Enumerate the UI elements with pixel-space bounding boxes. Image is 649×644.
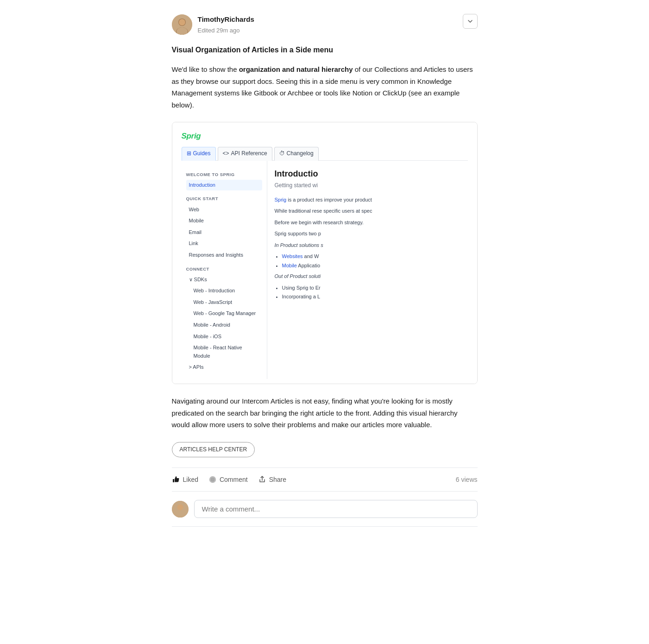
post-header: TimothyRichards Edited 29m ago <box>172 14 478 36</box>
section-connect: CONNECT <box>186 265 262 272</box>
nav-introduction: Introduction <box>186 180 262 191</box>
sprig-content-subtitle: Getting started wi <box>275 181 460 190</box>
api-label: API Reference <box>231 149 267 158</box>
post-meta: Edited 29m ago <box>198 26 254 36</box>
sprig-tab-api: <> API Reference <box>218 147 272 160</box>
views-count: 6 views <box>456 474 478 485</box>
sprig-tab-guides: ⊞ Guides <box>182 147 216 160</box>
section-quickstart: QUICK START <box>186 195 262 202</box>
articles-help-center-tag[interactable]: ARTICLES HELP CENTER <box>172 442 255 457</box>
sprig-para-2: While traditional rese specific users at… <box>275 207 460 215</box>
section-welcome: WELCOME TO SPRIG <box>186 171 262 178</box>
post-header-left: TimothyRichards Edited 29m ago <box>172 14 254 36</box>
nav-responses: Responses and Insights <box>186 250 262 261</box>
svg-point-7 <box>210 477 215 482</box>
api-icon: <> <box>223 149 229 158</box>
nav-link: Link <box>186 238 262 249</box>
body-bold: organization and natural hierarchy <box>239 65 353 73</box>
sprig-logo: Sprig <box>182 130 468 142</box>
sprig-list-item-3: Using Sprig to Er <box>282 284 460 292</box>
post-container: TimothyRichards Edited 29m ago Visual Or… <box>163 0 487 527</box>
screenshot-image: Sprig ⊞ Guides <> API Reference ⏱ Change… <box>172 122 478 384</box>
sprig-list-1: Websites and W Mobile Applicatio <box>275 253 460 270</box>
comment-input[interactable] <box>194 500 478 518</box>
changelog-label: Changelog <box>287 149 314 158</box>
sprig-tab-changelog: ⏱ Changelog <box>274 147 319 160</box>
nav-web-gtm: Web - Google Tag Manager <box>186 308 262 319</box>
action-bar: Liked Comment Share 6 views <box>172 467 478 492</box>
sprig-link-1: Sprig <box>275 197 287 202</box>
share-icon <box>258 475 266 484</box>
commenter-avatar <box>172 501 189 518</box>
comment-icon <box>208 475 217 484</box>
liked-button[interactable]: Liked <box>172 474 198 485</box>
nav-mobile: Mobile <box>186 215 262 227</box>
sprig-content-title: Introductio <box>275 167 460 181</box>
sprig-link-mobile: Mobile <box>282 263 297 268</box>
sprig-logo-text: Sprig <box>182 132 201 140</box>
sprig-sidebar: WELCOME TO SPRIG Introduction QUICK STAR… <box>182 161 267 379</box>
sprig-tabs: ⊞ Guides <> API Reference ⏱ Changelog <box>182 147 468 160</box>
comment-label: Comment <box>220 474 248 485</box>
author-name: TimothyRichards <box>198 14 254 25</box>
post-body-paragraph1: We'd like to show the organization and n… <box>172 63 478 111</box>
changelog-icon: ⏱ <box>279 149 285 158</box>
nav-web-js: Web - JavaScript <box>186 297 262 308</box>
sprig-italic-1: In Product solutions s <box>275 241 460 249</box>
nav-apis: > APIs <box>186 362 262 373</box>
share-label: Share <box>269 474 286 485</box>
comment-button[interactable]: Comment <box>208 474 248 485</box>
avatar <box>172 14 192 35</box>
sprig-list-item-4: Incorporating a L <box>282 293 460 301</box>
post-title: Visual Organization of Articles in a Sid… <box>172 45 478 55</box>
sprig-para-4: Sprig supports two p <box>275 230 460 238</box>
liked-label: Liked <box>183 474 198 485</box>
guides-icon: ⊞ <box>187 149 191 158</box>
sprig-docs-mock: Sprig ⊞ Guides <> API Reference ⏱ Change… <box>172 122 477 384</box>
nav-sdks: ∨ SDKs <box>186 274 262 285</box>
dropdown-button[interactable] <box>463 14 478 29</box>
nav-web: Web <box>186 204 262 215</box>
nav-email: Email <box>186 227 262 238</box>
sprig-list-item-2: Mobile Applicatio <box>282 262 460 270</box>
comment-section <box>172 492 478 527</box>
nav-mobile-ios: Mobile - iOS <box>186 331 262 342</box>
liked-icon <box>172 475 180 484</box>
svg-point-3 <box>179 19 185 25</box>
sprig-italic-2: Out of Product soluti <box>275 272 460 280</box>
sprig-list-item-1: Websites and W <box>282 253 460 261</box>
guides-label: Guides <box>193 149 211 158</box>
post-body-paragraph2: Navigating around our Intercom Articles … <box>172 395 478 431</box>
share-button[interactable]: Share <box>258 474 286 485</box>
nav-mobile-rn: Mobile - React Native Module <box>186 342 262 361</box>
sprig-list-2: Using Sprig to Er Incorporating a L <box>275 284 460 301</box>
sprig-link-websites: Websites <box>282 253 303 259</box>
nav-web-intro: Web - Introduction <box>186 285 262 297</box>
sprig-body: WELCOME TO SPRIG Introduction QUICK STAR… <box>182 161 468 379</box>
sprig-para-3: Before we begin with research strategy. <box>275 219 460 227</box>
svg-point-9 <box>177 504 183 510</box>
body-intro: We'd like to show the <box>172 65 239 73</box>
sprig-content: Introductio Getting started wi Sprig is … <box>267 161 468 379</box>
sprig-para-1: Sprig is a product res improve your prod… <box>275 196 460 204</box>
author-info: TimothyRichards Edited 29m ago <box>198 14 254 36</box>
nav-mobile-android: Mobile - Android <box>186 320 262 331</box>
